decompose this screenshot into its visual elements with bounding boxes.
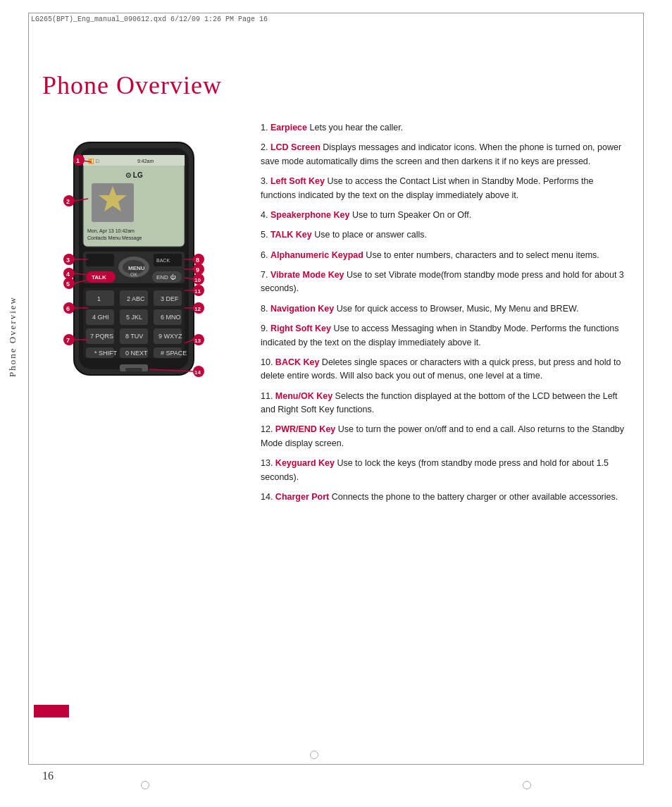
svg-rect-12 [86, 254, 114, 266]
side-label: Phone Overview [7, 296, 18, 377]
svg-text:MENU: MENU [128, 265, 145, 271]
svg-text:0 NEXT: 0 NEXT [125, 350, 148, 357]
list-item: 1. Earpiece Lets you hear the caller. [261, 121, 630, 135]
item-description: Use to turn Speaker On or Off. [349, 210, 471, 220]
main-content: Phone Overview 📶 □ 9:42am ⊙ LG [42, 42, 630, 751]
svg-text:* SHIFT: * SHIFT [94, 350, 118, 357]
border-right [643, 13, 644, 765]
svg-text:11: 11 [194, 288, 201, 295]
list-item: 9. Right Soft Key Use to access Messagin… [261, 322, 630, 350]
list-item: 14. Charger Port Connects the phone to t… [261, 491, 630, 504]
list-item: 7. Vibrate Mode Key Use to set Vibrate m… [261, 269, 630, 296]
svg-text:6: 6 [66, 305, 70, 312]
item-number: 5. [261, 230, 270, 240]
item-number: 9. [261, 324, 270, 333]
svg-text:9 WXYZ: 9 WXYZ [158, 333, 182, 340]
item-key: PWR/END Key [275, 424, 335, 434]
svg-rect-49 [125, 368, 142, 371]
svg-text:7 PQRS: 7 PQRS [90, 333, 113, 340]
item-key: BACK Key [275, 357, 320, 367]
item-number: 3. [261, 176, 270, 186]
item-number: 10. [261, 357, 275, 367]
phone-diagram-area: 📶 □ 9:42am ⊙ LG Mon, Apr 13 10:42am Cont… [42, 121, 239, 671]
svg-text:14: 14 [194, 369, 201, 376]
svg-text:# SPACE: # SPACE [161, 350, 187, 357]
svg-text:Mon, Apr 13  10:42am: Mon, Apr 13 10:42am [87, 228, 135, 234]
registration-mark-bottom [310, 751, 318, 759]
svg-text:1: 1 [76, 157, 80, 164]
registration-mark-br [523, 781, 531, 789]
list-item: 10. BACK Key Deletes single spaces or ch… [261, 356, 630, 383]
svg-text:📶 □: 📶 □ [88, 158, 99, 164]
item-key: Right Soft Key [270, 324, 331, 333]
svg-text:12: 12 [194, 306, 201, 312]
svg-text:5 JKL: 5 JKL [126, 314, 142, 321]
svg-text:9:42am: 9:42am [137, 159, 154, 164]
svg-text:⊙ LG: ⊙ LG [125, 171, 143, 179]
item-description: Use for quick access to Browser, Music, … [334, 304, 578, 314]
svg-text:10: 10 [194, 277, 201, 283]
list-item: 6. Alphanumeric Keypad Use to enter numb… [261, 249, 630, 262]
svg-text:4: 4 [66, 271, 70, 278]
registration-mark-bl [141, 781, 149, 789]
item-number: 8. [261, 304, 270, 314]
svg-text:2 ABC: 2 ABC [127, 295, 145, 302]
content-area: 📶 □ 9:42am ⊙ LG Mon, Apr 13 10:42am Cont… [42, 121, 630, 671]
list-item: 8. Navigation Key Use for quick access t… [261, 302, 630, 316]
svg-text:6 MNO: 6 MNO [161, 314, 181, 321]
item-key: Menu/OK Key [275, 391, 332, 401]
item-description: Use to place or answer calls. [312, 230, 427, 240]
svg-text:7: 7 [66, 337, 70, 344]
item-number: 4. [261, 210, 270, 220]
svg-text:1: 1 [97, 295, 101, 302]
svg-text:OK: OK [130, 272, 137, 277]
header-text: LG265(BPT)_Eng_manual_090612.qxd 6/12/09… [31, 16, 268, 23]
svg-text:BACK: BACK [156, 258, 170, 263]
item-key: Speakerphone Key [270, 210, 350, 220]
page-number: 16 [42, 770, 54, 782]
svg-text:2: 2 [66, 198, 70, 205]
item-description: Use to enter numbers, characters and to … [363, 250, 599, 260]
item-number: 7. [261, 270, 270, 280]
item-key: Charger Port [275, 492, 329, 502]
item-number: 13. [261, 458, 275, 468]
description-list: 1. Earpiece Lets you hear the caller.2. … [261, 121, 630, 671]
item-key: Vibrate Mode Key [270, 270, 344, 280]
border-bottom [28, 764, 644, 765]
item-number: 2. [261, 142, 270, 152]
list-item: 3. Left Soft Key Use to access the Conta… [261, 175, 630, 202]
item-key: LCD Screen [270, 142, 321, 152]
border-left [28, 13, 29, 765]
list-item: 11. Menu/OK Key Selects the function dis… [261, 390, 630, 417]
page-title: Phone Overview [42, 70, 630, 100]
item-key: Keyguard Key [275, 458, 335, 468]
svg-text:8 TUV: 8 TUV [125, 333, 143, 340]
item-key: Navigation Key [270, 304, 334, 314]
item-description: Lets you hear the caller. [307, 123, 403, 133]
item-number: 6. [261, 250, 270, 260]
svg-text:8: 8 [196, 257, 199, 264]
item-number: 14. [261, 492, 275, 502]
list-item: 12. PWR/END Key Use to turn the power on… [261, 423, 630, 450]
svg-text:3 DEF: 3 DEF [161, 295, 179, 302]
svg-text:END ⏻: END ⏻ [156, 274, 176, 281]
item-key: TALK Key [270, 230, 312, 240]
item-key: Left Soft Key [270, 176, 325, 186]
item-number: 11. [261, 391, 275, 401]
svg-text:3: 3 [66, 257, 70, 264]
item-number: 1. [261, 123, 270, 133]
svg-text:TALK: TALK [92, 274, 106, 281]
list-item: 2. LCD Screen Displays messages and indi… [261, 141, 630, 168]
list-item: 4. Speakerphone Key Use to turn Speaker … [261, 209, 630, 222]
phone-diagram-svg: 📶 □ 9:42am ⊙ LG Mon, Apr 13 10:42am Cont… [42, 121, 225, 657]
svg-text:Contacts  Menu  Message: Contacts Menu Message [87, 235, 142, 241]
header-bar: LG265(BPT)_Eng_manual_090612.qxd 6/12/09… [31, 16, 641, 23]
item-description: Connects the phone to the battery charge… [329, 492, 618, 502]
list-item: 13. Keyguard Key Use to lock the keys (f… [261, 457, 630, 484]
item-key: Alphanumeric Keypad [270, 250, 363, 260]
list-item: 5. TALK Key Use to place or answer calls… [261, 228, 630, 242]
item-key: Earpiece [270, 123, 307, 133]
svg-text:13: 13 [194, 338, 201, 344]
border-top [28, 13, 644, 13]
svg-text:5: 5 [66, 281, 70, 288]
